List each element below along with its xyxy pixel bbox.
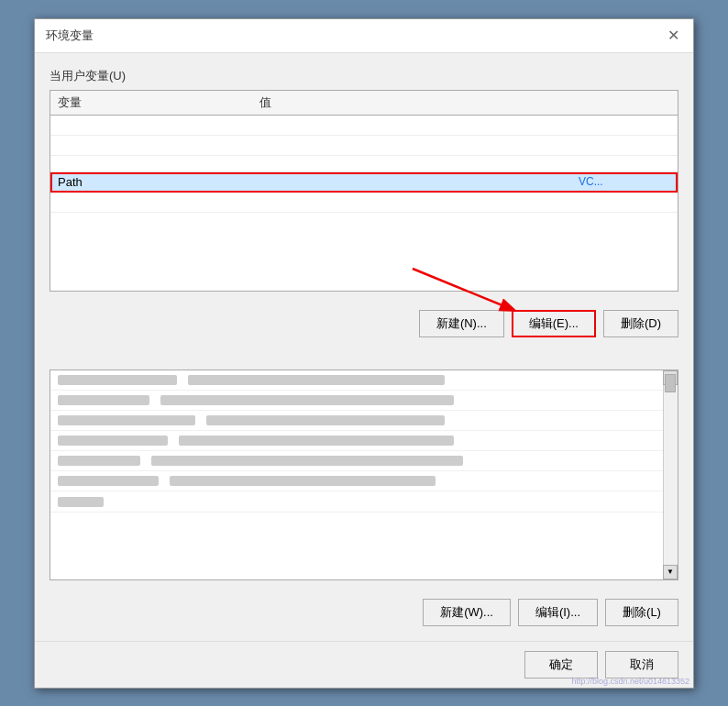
sys-val-blurred [188,375,445,385]
title-bar: 环境变量 ✕ [35,19,693,53]
sys-var-blurred [58,476,159,486]
path-vc-label: VC... [579,175,603,188]
system-table-row[interactable] [50,370,678,391]
new-user-var-button[interactable]: 新建(N)... [419,310,504,337]
ok-button[interactable]: 确定 [524,651,598,678]
close-button[interactable]: ✕ [664,27,682,45]
table-row[interactable] [50,116,678,136]
system-variables-table[interactable]: ▲ ▼ [50,370,678,580]
system-section-label [50,352,678,366]
system-table-row[interactable] [50,431,678,451]
sys-val-blurred [151,456,463,466]
scroll-down-button[interactable]: ▼ [663,565,678,579]
user-section-label: 当用户变量(U) [50,68,678,84]
path-var-cell: Path [58,175,259,189]
system-table-row[interactable] [50,491,678,513]
sys-var-blurred [58,436,168,446]
table-header: 变量 值 [50,91,678,116]
environment-variables-dialog: 环境变量 ✕ 当用户变量(U) 变量 值 [34,18,694,689]
path-table-row[interactable]: Path VC... [50,172,678,193]
sys-var-blurred [58,456,140,466]
sys-var-blurred [58,497,104,507]
sys-val-blurred [179,436,454,446]
user-variables-table[interactable]: 变量 值 [50,90,678,292]
table-row[interactable] [50,156,678,172]
scrollbar[interactable]: ▲ ▼ [663,370,678,579]
table-row[interactable] [50,193,678,213]
cancel-button[interactable]: 取消 [605,651,678,678]
table-row[interactable] [50,136,678,156]
delete-sys-var-button[interactable]: 删除(L) [605,599,678,626]
sys-var-blurred [58,415,195,425]
system-table-row[interactable] [50,471,678,491]
system-table-row[interactable] [50,391,678,411]
sys-var-blurred [58,395,149,405]
sys-val-blurred [160,395,454,405]
sys-val-blurred [206,415,445,425]
system-buttons-row: 新建(W)... 编辑(I)... 删除(L) [50,599,678,626]
system-table-row[interactable] [50,451,678,471]
user-variables-section: 当用户变量(U) 变量 值 [50,68,678,292]
dialog-title: 环境变量 [46,28,94,44]
header-val: 值 [259,94,670,111]
header-var: 变量 [58,94,259,111]
new-sys-var-button[interactable]: 新建(W)... [423,599,511,626]
scroll-thumb[interactable] [665,374,676,392]
edit-sys-var-button[interactable]: 编辑(I)... [518,599,598,626]
dialog-body: 当用户变量(U) 变量 值 [35,53,693,641]
system-variables-section: ▲ ▼ [50,352,678,580]
user-buttons-row: 新建(N)... 编辑(E)... 删除(D) [50,310,678,337]
path-val-cell: VC... [259,175,670,188]
watermark: http://blog.csdn.net/u014613352 [571,677,689,686]
delete-user-var-button[interactable]: 删除(D) [603,310,678,337]
sys-var-blurred [58,375,177,385]
edit-user-var-button[interactable]: 编辑(E)... [512,310,596,337]
sys-val-blurred [170,476,436,486]
system-table-row[interactable] [50,411,678,431]
